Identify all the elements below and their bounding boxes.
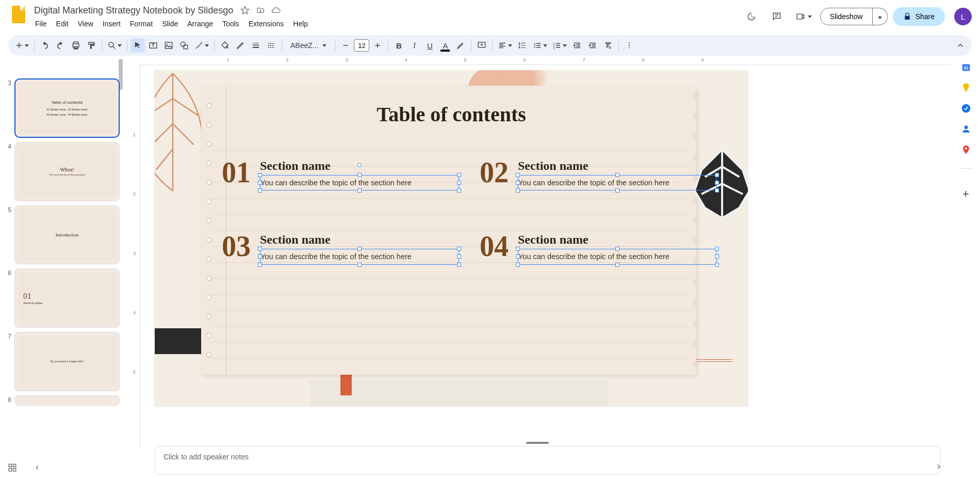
- toc-description-textbox[interactable]: You can describe the topic of the sectio…: [260, 249, 459, 264]
- underline-button[interactable]: U: [422, 38, 437, 53]
- speaker-notes[interactable]: Click to add speaker notes: [155, 446, 941, 475]
- decrease-font-button[interactable]: [338, 38, 353, 53]
- highlight-button[interactable]: [453, 38, 468, 53]
- font-family-select[interactable]: ABeeZ...: [285, 38, 332, 53]
- border-dash-button[interactable]: [264, 38, 279, 53]
- resize-handle[interactable]: [516, 254, 520, 259]
- slide-thumbnail-3[interactable]: 3 Table of contents01 Section name02 Sec…: [4, 78, 120, 138]
- resize-handle[interactable]: [715, 188, 719, 193]
- toc-description-textbox[interactable]: You can describe the topic of the sectio…: [518, 175, 717, 190]
- font-size-input[interactable]: [354, 39, 369, 52]
- filmstrip[interactable]: 3 Table of contents01 Section name02 Sec…: [0, 56, 124, 479]
- resize-handle[interactable]: [516, 247, 520, 251]
- resize-handle[interactable]: [615, 247, 619, 251]
- resize-handle[interactable]: [258, 263, 262, 267]
- paint-format-button[interactable]: [84, 38, 99, 53]
- zoom-button[interactable]: [105, 38, 124, 53]
- resize-handle[interactable]: [357, 173, 362, 177]
- resize-handle[interactable]: [715, 181, 719, 185]
- fill-color-button[interactable]: [218, 38, 232, 53]
- menu-slide[interactable]: Slide: [158, 18, 182, 30]
- resize-handle[interactable]: [615, 188, 619, 193]
- menu-format[interactable]: Format: [126, 18, 157, 30]
- star-icon[interactable]: [240, 6, 250, 15]
- decrease-indent-button[interactable]: [570, 38, 584, 53]
- redo-button[interactable]: [53, 38, 68, 53]
- resize-handle[interactable]: [457, 247, 461, 251]
- line-tool[interactable]: [192, 38, 211, 53]
- resize-handle[interactable]: [457, 173, 461, 177]
- calendar-icon[interactable]: 31: [961, 62, 971, 72]
- resize-handle[interactable]: [715, 254, 719, 259]
- bulleted-list-button[interactable]: [531, 38, 549, 53]
- share-button[interactable]: Share: [893, 7, 945, 26]
- resize-handle[interactable]: [516, 188, 520, 193]
- slide-thumbnail-5[interactable]: 5 Introduction: [4, 205, 120, 265]
- menu-view[interactable]: View: [74, 18, 97, 30]
- slideshow-dropdown[interactable]: [873, 8, 888, 25]
- menu-edit[interactable]: Edit: [52, 18, 73, 30]
- slide-thumbnail-6[interactable]: 6 01Section name: [4, 268, 120, 328]
- resize-handle[interactable]: [457, 188, 461, 193]
- document-title[interactable]: Digital Marketing Strategy Notebook by S…: [31, 4, 236, 17]
- ruler-vertical[interactable]: 1 2 3 4 5: [131, 65, 140, 448]
- image-tool[interactable]: [161, 38, 176, 53]
- more-button[interactable]: [622, 38, 636, 53]
- menu-help[interactable]: Help: [289, 18, 312, 30]
- resize-handle[interactable]: [615, 263, 619, 267]
- menu-file[interactable]: File: [31, 18, 51, 30]
- toc-item-1[interactable]: 01 Section name You can describe the top…: [222, 158, 459, 190]
- resize-handle[interactable]: [357, 247, 362, 251]
- resize-handle[interactable]: [715, 263, 719, 267]
- numbered-list-button[interactable]: 123: [550, 38, 569, 53]
- slide-canvas[interactable]: Table of contents 01 Section name You ca…: [155, 70, 748, 406]
- slides-logo[interactable]: [8, 4, 29, 25]
- italic-button[interactable]: I: [407, 38, 421, 53]
- menu-arrange[interactable]: Arrange: [183, 18, 217, 30]
- increase-font-button[interactable]: [370, 38, 385, 53]
- resize-handle[interactable]: [258, 247, 262, 251]
- explore-button[interactable]: [932, 459, 946, 474]
- resize-handle[interactable]: [516, 263, 520, 267]
- resize-handle[interactable]: [516, 173, 520, 177]
- slide-title[interactable]: Table of contents: [155, 102, 748, 126]
- collapse-filmstrip-button[interactable]: [30, 460, 44, 475]
- get-addons-button[interactable]: +: [962, 187, 969, 201]
- resize-handle[interactable]: [258, 254, 262, 259]
- bold-button[interactable]: B: [391, 38, 406, 53]
- resize-handle[interactable]: [457, 254, 461, 259]
- shape-tool[interactable]: [177, 38, 191, 53]
- move-icon[interactable]: [256, 6, 265, 15]
- insert-comment-button[interactable]: [475, 38, 489, 53]
- maps-icon[interactable]: [961, 145, 971, 155]
- resize-handle[interactable]: [457, 263, 461, 267]
- toc-item-2[interactable]: 02 Section name You can describe the top…: [480, 158, 717, 190]
- resize-handle[interactable]: [516, 181, 520, 185]
- slide-thumbnail-7[interactable]: 7 Do you need a longer text?: [4, 332, 120, 391]
- resize-handle[interactable]: [615, 173, 619, 177]
- notes-drag-handle[interactable]: [526, 442, 549, 444]
- comments-button[interactable]: [766, 6, 787, 27]
- resize-handle[interactable]: [457, 181, 461, 185]
- user-avatar[interactable]: L: [954, 8, 972, 25]
- select-tool[interactable]: [130, 38, 145, 53]
- slideshow-button[interactable]: Slideshow: [820, 8, 873, 25]
- toc-item-4[interactable]: 04 Section name You can describe the top…: [480, 232, 717, 264]
- ruler-horizontal[interactable]: 1 2 3 4 5 6 7 8 9: [140, 56, 951, 65]
- collapse-toolbar-button[interactable]: [953, 38, 968, 53]
- resize-handle[interactable]: [715, 173, 719, 177]
- resize-handle[interactable]: [715, 247, 719, 251]
- text-color-button[interactable]: A: [438, 38, 452, 53]
- menu-insert[interactable]: Insert: [99, 18, 125, 30]
- print-button[interactable]: [69, 38, 83, 53]
- history-button[interactable]: [741, 6, 761, 27]
- menu-tools[interactable]: Tools: [218, 18, 243, 30]
- textbox-tool[interactable]: [146, 38, 160, 53]
- keep-icon[interactable]: [961, 83, 971, 93]
- grid-view-button[interactable]: [5, 460, 20, 475]
- meet-button[interactable]: [792, 6, 815, 27]
- increase-indent-button[interactable]: [585, 38, 600, 53]
- toc-description-textbox[interactable]: You can describe the topic of the sectio…: [260, 175, 459, 190]
- border-color-button[interactable]: [233, 38, 248, 53]
- toc-item-3[interactable]: 03 Section name You can describe the top…: [222, 232, 459, 264]
